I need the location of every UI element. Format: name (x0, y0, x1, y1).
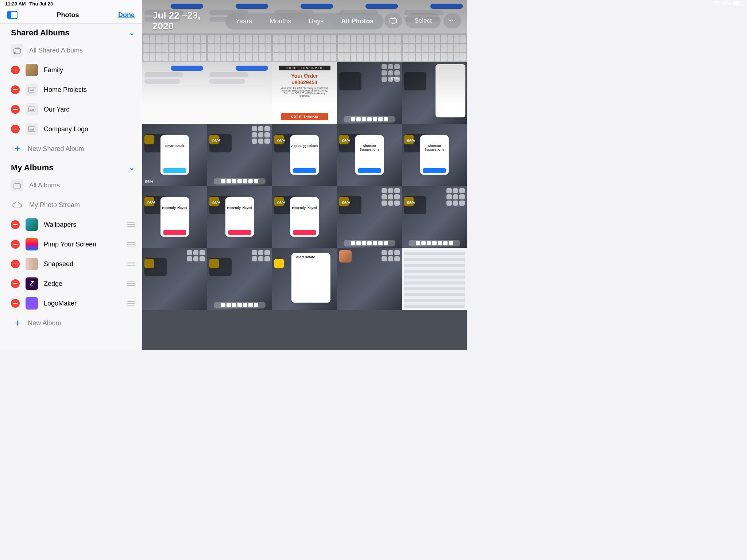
album-stack-icon (11, 179, 23, 191)
aspect-toggle-button[interactable] (384, 13, 402, 28)
chevron-down-icon: ⌄ (129, 29, 135, 37)
album-row-logomaker[interactable]: LogoMaker (0, 293, 142, 313)
photo-thumb[interactable]: App Suggestions 96% (272, 124, 337, 186)
segment-months[interactable]: Months (261, 15, 300, 28)
album-thumb (26, 218, 38, 231)
photo-thumb[interactable] (402, 0, 467, 62)
reorder-handle-icon[interactable] (127, 281, 135, 286)
svg-rect-3 (15, 48, 20, 48)
delete-icon[interactable] (11, 260, 20, 268)
row-label: Snapseed (44, 260, 121, 268)
status-date: Thu Jul 23 (30, 1, 53, 7)
status-time: 11:29 AM (5, 1, 26, 7)
svg-rect-8 (28, 127, 35, 132)
section-header-shared[interactable]: Shared Albums ⌄ (0, 24, 142, 40)
select-button[interactable]: Select (406, 13, 441, 28)
sidebar-title: Photos (57, 11, 79, 19)
row-label: My Photo Stream (29, 201, 135, 209)
all-shared-albums-row[interactable]: All Shared Albums (0, 40, 142, 60)
delete-icon[interactable] (11, 220, 20, 229)
photo-thumb[interactable] (207, 248, 272, 310)
album-row-company-logo[interactable]: Company Logo (0, 119, 142, 139)
photo-thumb[interactable]: Smart Rotate (272, 248, 337, 310)
more-button[interactable]: ··· (444, 13, 461, 28)
row-label: Pimp Your Screen (44, 241, 121, 248)
album-row-our-yard[interactable]: Our Yard (0, 100, 142, 119)
reorder-handle-icon[interactable] (127, 301, 135, 306)
photo-thumb[interactable]: 97% (337, 62, 402, 124)
new-album-button[interactable]: + New Album (0, 313, 142, 333)
delete-icon[interactable] (11, 279, 20, 288)
section-header-my-albums[interactable]: My Albums ⌄ (0, 159, 142, 175)
album-row-snapseed[interactable]: Snapseed (0, 254, 142, 274)
delete-icon[interactable] (11, 299, 20, 308)
photo-grid[interactable]: ORDER CONFIRMED Your Order#80629453 Your… (142, 0, 467, 350)
sidebar: Photos Done Shared Albums ⌄ All Shared A… (0, 0, 142, 350)
all-albums-row[interactable]: All Albums (0, 175, 142, 195)
photo-thumb[interactable] (402, 248, 467, 310)
photo-thumb[interactable]: Smart Stack 96% (142, 124, 207, 186)
album-thumb-placeholder (26, 103, 38, 116)
photo-thumb[interactable] (142, 62, 207, 124)
row-label: Home Projects (44, 86, 135, 94)
photo-thumb[interactable] (207, 0, 272, 62)
photo-thumb[interactable] (142, 248, 207, 310)
chevron-down-icon: ⌄ (129, 164, 135, 172)
photo-thumb[interactable] (272, 0, 337, 62)
photo-thumb[interactable]: 96% (402, 186, 467, 248)
photo-thumb[interactable]: 96% (337, 186, 402, 248)
photo-thumb[interactable]: Recently Played 96% (142, 186, 207, 248)
photo-thumb[interactable]: Shortcut Suggestions 96% (402, 124, 467, 186)
row-label: New Album (28, 319, 61, 327)
delete-icon[interactable] (11, 125, 20, 133)
row-label: Our Yard (44, 106, 135, 113)
pct-label: 97% (391, 77, 399, 81)
view-segmented-control[interactable]: Years Months Days All Photos (225, 13, 384, 30)
photo-grid-area: Jul 22 –23, 2020 Years Months Days All P… (142, 0, 467, 350)
album-row-pimp-your-screen[interactable]: Pimp Your Screen (0, 234, 142, 254)
reorder-handle-icon[interactable] (127, 222, 135, 227)
row-label: Company Logo (44, 125, 135, 133)
reorder-handle-icon[interactable] (127, 242, 135, 246)
date-range-label: Jul 22 –23, 2020 (152, 10, 201, 31)
album-thumb-placeholder (26, 83, 38, 96)
svg-point-5 (13, 52, 16, 54)
delete-icon[interactable] (11, 105, 20, 114)
row-label: Family (44, 66, 135, 74)
photo-thumb[interactable]: 96% (207, 124, 272, 186)
album-thumb (26, 238, 38, 250)
plus-icon: + (15, 318, 20, 328)
sidebar-toggle-icon[interactable] (7, 11, 18, 19)
photo-thumb[interactable] (337, 0, 402, 62)
segment-all-photos[interactable]: All Photos (332, 15, 382, 28)
done-button[interactable]: Done (118, 11, 135, 19)
segment-years[interactable]: Years (227, 15, 261, 28)
album-row-zedge[interactable]: Z Zedge (0, 274, 142, 293)
segment-days[interactable]: Days (300, 15, 332, 28)
row-label: All Shared Albums (29, 47, 135, 54)
plus-icon: + (15, 144, 20, 154)
reorder-handle-icon[interactable] (127, 262, 135, 266)
album-thumb (26, 297, 38, 310)
photo-thumb[interactable] (337, 248, 402, 310)
svg-rect-9 (14, 184, 20, 188)
album-row-home-projects[interactable]: Home Projects (0, 80, 142, 100)
album-row-family[interactable]: Family (0, 60, 142, 80)
delete-icon[interactable] (11, 85, 20, 94)
new-shared-album-button[interactable]: + New Shared Album (0, 139, 142, 159)
album-thumb-placeholder (26, 123, 38, 135)
row-label: New Shared Album (28, 145, 84, 153)
photo-thumb[interactable] (402, 62, 467, 124)
svg-rect-10 (15, 183, 20, 183)
album-row-wallpapers[interactable]: Wallpapers (0, 215, 142, 234)
photo-thumb-order[interactable]: ORDER CONFIRMED Your Order#80629453 Your… (272, 62, 337, 124)
svg-rect-12 (390, 19, 396, 23)
photo-thumb[interactable]: Shortcut Suggestions 96% (337, 124, 402, 186)
photo-thumb[interactable] (207, 62, 272, 124)
delete-icon[interactable] (11, 66, 20, 74)
album-thumb (26, 258, 38, 270)
my-photo-stream-row[interactable]: My Photo Stream (0, 195, 142, 215)
photo-thumb[interactable]: Recently Played 96% (272, 186, 337, 248)
photo-thumb[interactable]: Recently Played 96% (207, 186, 272, 248)
delete-icon[interactable] (11, 240, 20, 249)
